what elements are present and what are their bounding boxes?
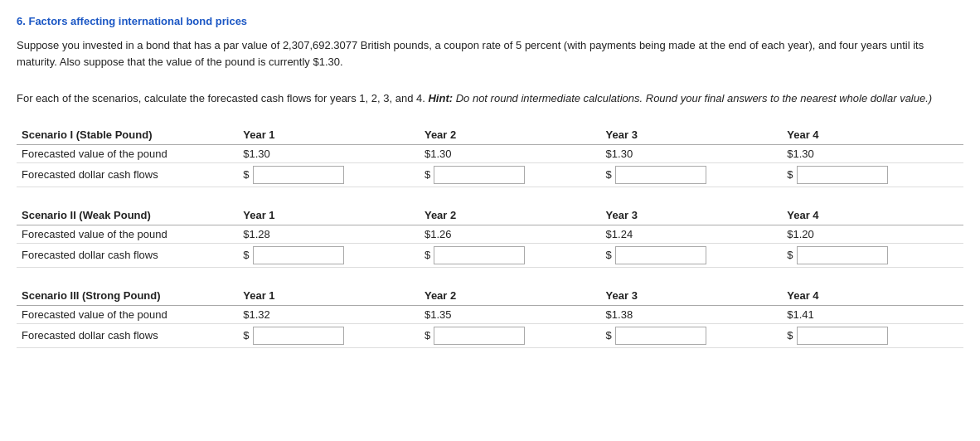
scenario-3-row-1-year4: $1.41 [782,305,963,323]
scenario-2-title: Scenario II (Weak Pound) [17,206,238,225]
scenario-2-cashflow-year3-input[interactable] [615,246,706,264]
scenario-3-row-2-year4[interactable]: $ [782,323,963,347]
col-header-year4: Year 4 [782,206,963,225]
scenario-2-row-1-year2: $1.26 [420,225,601,243]
scenario-2-row-2-year1[interactable]: $ [238,243,420,267]
col-header-year2: Year 2 [420,286,601,306]
scenario-2-row-2: Forecasted dollar cash flows$$$$ [17,243,963,267]
scenario-2-table: Scenario II (Weak Pound)Year 1Year 2Year… [17,206,963,268]
scenario-3-table: Scenario III (Strong Pound)Year 1Year 2Y… [17,286,963,348]
scenario-1: Scenario I (Stable Pound)Year 1Year 2Yea… [17,125,963,187]
col-header-year2: Year 2 [420,206,601,225]
scenario-1-cashflow-year2-input[interactable] [434,166,525,184]
scenario-3-row-1-year3: $1.38 [601,305,783,323]
scenario-3-row-2-year3[interactable]: $ [601,323,783,347]
col-header-year3: Year 3 [601,125,783,145]
dollar-sign-icon: $ [606,249,612,261]
col-header-year1: Year 1 [238,286,420,306]
col-header-year1: Year 1 [238,206,420,225]
scenario-2-row-1: Forecasted value of the pound$1.28$1.26$… [17,225,963,243]
scenario-3-row-2-year1[interactable]: $ [238,323,420,347]
dollar-sign-icon: $ [243,168,249,181]
scenario-1-row-2: Forecasted dollar cash flows$$$$ [17,162,963,187]
dollar-sign-icon: $ [606,168,612,181]
dollar-sign-icon: $ [243,249,249,261]
scenario-3-row-1: Forecasted value of the pound$1.32$1.35$… [17,305,963,323]
scenario-3-cashflow-year2-input[interactable] [434,327,525,345]
scenario-2-row-1-year3: $1.24 [601,225,783,243]
scenario-3-row-2: Forecasted dollar cash flows$$$$ [17,323,963,347]
scenario-2-row-2-year3[interactable]: $ [601,243,783,267]
scenario-1-title: Scenario I (Stable Pound) [17,125,238,145]
scenario-3-row-2-year2[interactable]: $ [420,323,601,347]
scenario-2-row-1-label: Forecasted value of the pound [17,225,238,243]
scenario-1-table: Scenario I (Stable Pound)Year 1Year 2Yea… [17,125,963,187]
scenario-2: Scenario II (Weak Pound)Year 1Year 2Year… [17,206,963,268]
intro-paragraph: Suppose you invested in a bond that has … [17,37,963,70]
scenario-1-row-1-label: Forecasted value of the pound [17,144,238,162]
scenario-1-row-2-year3[interactable]: $ [601,162,783,187]
scenario-2-cashflow-year4-input[interactable] [797,246,888,264]
scenario-1-cashflow-year1-input[interactable] [253,166,344,184]
instruction-main: For each of the scenarios, calculate the… [17,92,425,104]
instruction-hint: Hint: Do not round intermediate calculat… [428,92,932,104]
dollar-sign-icon: $ [606,329,612,342]
col-header-year2: Year 2 [420,125,601,145]
scenario-2-row-1-year1: $1.28 [238,225,420,243]
col-header-year4: Year 4 [782,286,963,306]
scenario-3-title: Scenario III (Strong Pound) [17,286,238,306]
scenario-1-row-1: Forecasted value of the pound$1.30$1.30$… [17,144,963,162]
col-header-year3: Year 3 [601,206,783,225]
scenario-1-row-2-year1[interactable]: $ [238,162,420,187]
scenario-1-row-2-year2[interactable]: $ [420,162,601,187]
scenario-2-cashflow-year1-input[interactable] [253,246,344,264]
scenario-1-row-1-year2: $1.30 [420,144,601,162]
scenario-1-row-2-year4[interactable]: $ [782,162,963,187]
dollar-sign-icon: $ [787,249,793,261]
scenario-2-row-2-label: Forecasted dollar cash flows [17,243,238,267]
dollar-sign-icon: $ [425,329,430,342]
scenario-3-row-2-label: Forecasted dollar cash flows [17,323,238,347]
col-header-year1: Year 1 [238,125,420,145]
scenario-3: Scenario III (Strong Pound)Year 1Year 2Y… [17,286,963,348]
scenario-2-row-1-year4: $1.20 [782,225,963,243]
scenario-1-row-1-year4: $1.30 [782,144,963,162]
scenario-2-cashflow-year2-input[interactable] [434,246,525,264]
dollar-sign-icon: $ [787,329,793,342]
dollar-sign-icon: $ [787,168,793,181]
dollar-sign-icon: $ [425,168,430,181]
scenario-3-row-1-year1: $1.32 [238,305,420,323]
scenario-3-row-1-year2: $1.35 [420,305,601,323]
scenario-1-row-2-label: Forecasted dollar cash flows [17,162,238,187]
scenario-1-row-1-year1: $1.30 [238,144,420,162]
dollar-sign-icon: $ [243,329,249,342]
scenario-1-cashflow-year4-input[interactable] [797,166,888,184]
dollar-sign-icon: $ [425,249,430,261]
scenario-3-cashflow-year3-input[interactable] [615,327,706,345]
scenario-1-row-1-year3: $1.30 [601,144,783,162]
scenario-1-cashflow-year3-input[interactable] [615,166,706,184]
scenario-2-row-2-year4[interactable]: $ [782,243,963,267]
instruction-paragraph: For each of the scenarios, calculate the… [17,90,963,107]
col-header-year3: Year 3 [601,286,783,306]
scenario-3-cashflow-year4-input[interactable] [797,327,888,345]
col-header-year4: Year 4 [782,125,963,145]
scenario-3-row-1-label: Forecasted value of the pound [17,305,238,323]
scenario-3-cashflow-year1-input[interactable] [253,327,344,345]
scenario-2-row-2-year2[interactable]: $ [420,243,601,267]
section-title: 6. Factors affecting international bond … [17,15,963,27]
